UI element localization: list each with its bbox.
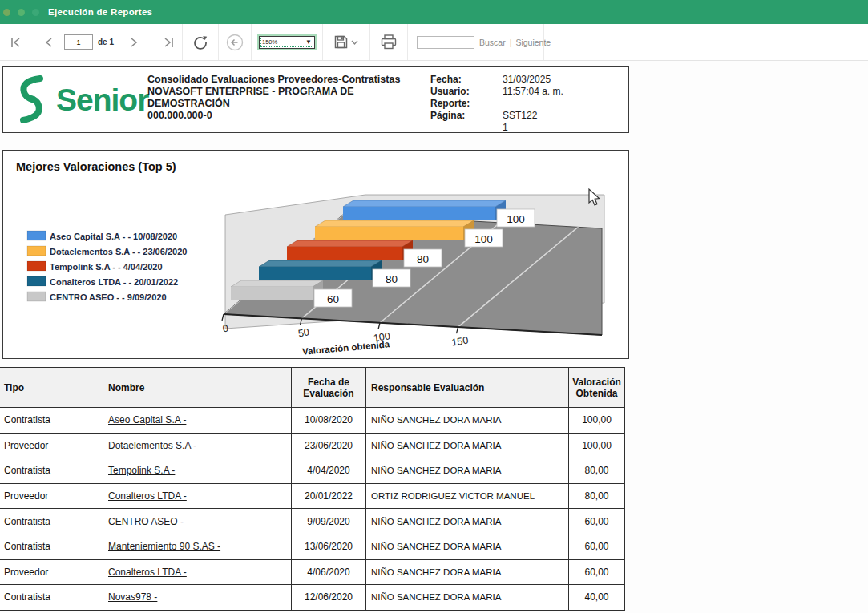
previous-page-button[interactable] (45, 37, 53, 48)
cell-nombre: Tempolink S.A - (103, 458, 292, 484)
search-input[interactable] (417, 36, 474, 49)
window-title: Ejecución de Reportes (48, 7, 152, 17)
cell-fecha: 23/06/2020 (292, 433, 366, 458)
table-row: ProveedorConalteros LTDA -20/01/2022ORTI… (0, 483, 625, 509)
legend-item: Conalteros LTDA - - 20/01/2022 (27, 276, 178, 287)
table-row: ProveedorDotaelementos S.A -23/06/2020NI… (0, 433, 625, 458)
cell-valoracion: 60,00 (569, 559, 625, 585)
cell-valoracion: 100,00 (569, 408, 625, 434)
window-minimize-button[interactable] (18, 9, 25, 16)
cell-tipo: Contratista (0, 509, 103, 534)
bar-value-label: 80 (386, 273, 398, 285)
cell-fecha: 4/06/2020 (292, 559, 366, 585)
buscar-button[interactable]: Buscar (479, 38, 506, 47)
nombre-link[interactable]: Manteniemiento 90 S.AS - (108, 541, 220, 552)
cell-responsable: NIÑO SANCHEZ DORA MARIA (366, 585, 569, 611)
chevron-down-icon[interactable] (351, 40, 358, 45)
senior-logo-icon (11, 73, 53, 126)
zoom-value: 150% (262, 38, 277, 46)
page-count-label: de 1 (98, 38, 114, 46)
column-header: Nombre (103, 368, 292, 408)
next-page-button[interactable] (130, 37, 138, 48)
column-header: Responsable Evaluación (366, 368, 569, 408)
report-title-block: Consolidado Evaluaciones Proveedores-Con… (147, 74, 412, 122)
meta-label: Fecha: (430, 74, 503, 86)
refresh-button[interactable] (192, 34, 208, 50)
cell-tipo: Contratista (0, 585, 103, 611)
meta-label: Usuario: (430, 86, 503, 98)
report-viewer-window: Ejecución de Reportes de 1 (0, 0, 868, 613)
bar-value-label: 60 (327, 293, 339, 305)
save-icon (334, 35, 348, 49)
cell-nombre: Manteniemiento 90 S.AS - (103, 534, 292, 559)
legend-label: Dotaelementos S.A - - 23/06/2020 (50, 247, 187, 256)
back-button[interactable] (226, 34, 244, 51)
cell-tipo: Contratista (0, 408, 103, 434)
report-toolbar: de 1 (0, 24, 868, 61)
zoom-select[interactable]: 150% ▼ (259, 36, 315, 49)
report-header-box: Senior Consolidado Evaluaciones Proveedo… (2, 66, 629, 133)
nombre-link[interactable]: Aseo Capital S.A - (108, 414, 186, 425)
chart-title: Mejores Valoraciones (Top 5) (16, 160, 176, 173)
cell-responsable: NIÑO SANCHEZ DORA MARIA (366, 433, 569, 458)
table-body: ContratistaAseo Capital S.A -10/08/2020N… (0, 408, 625, 611)
cell-responsable: NIÑO SANCHEZ DORA MARIA (366, 408, 569, 434)
print-button[interactable] (381, 34, 397, 50)
results-table: TipoNombreFecha de EvaluaciónResponsable… (0, 367, 625, 611)
cell-tipo: Contratista (0, 534, 103, 559)
cell-valoracion: 60,00 (569, 534, 625, 559)
cell-tipo: Proveedor (0, 433, 103, 458)
cell-nombre: CENTRO ASEO - (103, 509, 292, 534)
bar-value-label: 80 (417, 253, 429, 265)
table-row: ContratistaCENTRO ASEO -9/09/2020NIÑO SA… (0, 509, 625, 534)
window-controls[interactable] (3, 9, 45, 16)
page-number-input[interactable] (64, 34, 93, 50)
cell-responsable: ORTIZ RODRIGUEZ VICTOR MANUEL (366, 483, 569, 509)
refresh-icon (192, 34, 208, 50)
report-meta: Fecha:Usuario:Reporte:Página: 31/03/2025… (430, 74, 615, 134)
legend-item: CENTRO ASEO - - 9/09/2020 (27, 292, 167, 302)
cell-fecha: 12/06/2020 (292, 585, 366, 611)
legend-label: Conalteros LTDA - - 20/01/2022 (50, 277, 178, 287)
cell-tipo: Proveedor (0, 483, 103, 509)
column-header: Fecha de Evaluación (292, 368, 366, 408)
window-close-button[interactable] (3, 9, 10, 16)
cell-responsable: NIÑO SANCHEZ DORA MARIA (366, 534, 569, 559)
window-titlebar: Ejecución de Reportes (0, 0, 868, 24)
last-page-button[interactable] (162, 37, 175, 48)
senior-logo: Senior (11, 73, 148, 126)
bar-value-label: 100 (507, 213, 525, 225)
save-export-button[interactable] (334, 35, 348, 49)
first-page-button[interactable] (10, 37, 22, 48)
table-row: ContratistaTempolink S.A -4/04/2020NIÑO … (0, 458, 625, 484)
nombre-link[interactable]: Dotaelementos S.A - (108, 440, 196, 451)
search-divider: | (510, 38, 512, 47)
nombre-link[interactable]: CENTRO ASEO - (108, 516, 184, 527)
cell-tipo: Contratista (0, 458, 103, 484)
table-row: ProveedorConalteros LTDA -4/06/2020NIÑO … (0, 559, 625, 585)
top5-bar-chart: 050100150Valoración obtenida100100808060… (3, 151, 628, 357)
cell-fecha: 9/09/2020 (292, 509, 366, 534)
cell-responsable: NIÑO SANCHEZ DORA MARIA (366, 559, 569, 585)
chart-box: 050100150Valoración obtenida100100808060… (2, 150, 629, 359)
nombre-link[interactable]: Conalteros LTDA - (108, 490, 187, 502)
cell-valoracion: 80,00 (569, 483, 625, 509)
nombre-link[interactable]: Conalteros LTDA - (108, 567, 187, 578)
report-title-line3: DEMOSTRACIÓN (147, 98, 412, 110)
print-icon (381, 34, 397, 50)
table-row: ContratistaAseo Capital S.A -10/08/2020N… (0, 408, 625, 434)
cell-responsable: NIÑO SANCHEZ DORA MARIA (366, 458, 569, 484)
meta-value: 11:57:04 a. m. (503, 86, 615, 98)
meta-label: Reporte: (430, 98, 503, 110)
back-icon (226, 34, 244, 51)
siguiente-button[interactable]: Siguiente (515, 38, 551, 47)
meta-value: SST122 (503, 110, 615, 122)
cell-fecha: 10/08/2020 (292, 408, 366, 434)
cell-fecha: 13/06/2020 (292, 534, 366, 559)
window-maximize-button[interactable] (32, 9, 39, 16)
nombre-link[interactable]: Novas978 - (108, 591, 157, 603)
cell-nombre: Conalteros LTDA - (103, 483, 292, 509)
legend-item: Dotaelementos S.A - - 23/06/2020 (27, 246, 187, 256)
nombre-link[interactable]: Tempolink S.A - (108, 465, 175, 476)
table-row: ContratistaNovas978 -12/06/2020NIÑO SANC… (0, 585, 625, 611)
